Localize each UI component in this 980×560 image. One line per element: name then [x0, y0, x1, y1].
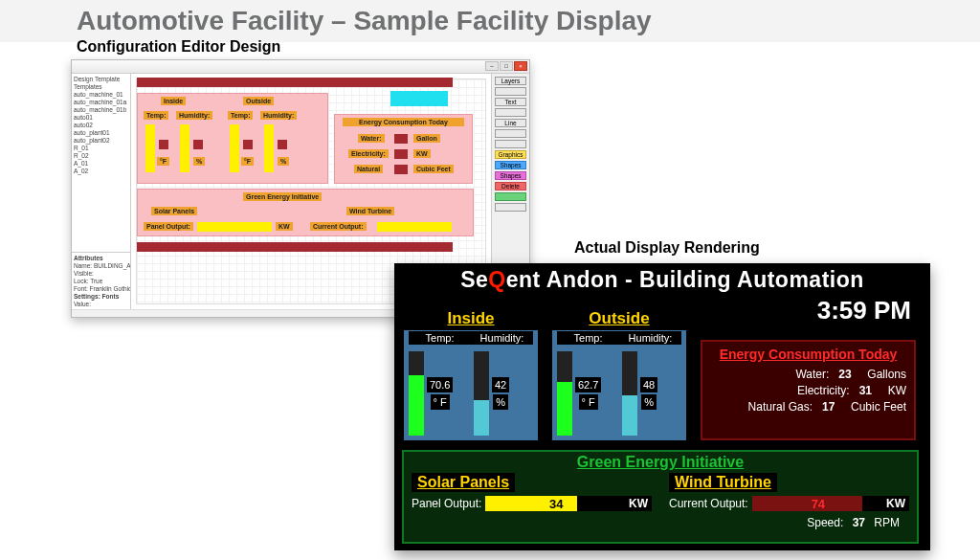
- tree-node[interactable]: auto_machine_01a: [74, 99, 128, 106]
- attr-line: Visible:: [74, 270, 128, 278]
- attributes-panel[interactable]: Attributes Name: BUILDING_AUTO Visible: …: [72, 252, 131, 309]
- inside-title-label[interactable]: Inside: [161, 97, 186, 105]
- unit-degf: ° F: [431, 394, 450, 410]
- energy-row-label[interactable]: Water:: [358, 134, 385, 143]
- palette-button[interactable]: [495, 87, 526, 96]
- wind-output-label: Current Output:: [669, 497, 748, 510]
- wind-title-label[interactable]: Wind Turbine: [346, 207, 394, 215]
- unit-degf: ° F: [579, 394, 598, 410]
- solar-title: Solar Panels: [412, 473, 515, 492]
- attr-line: Font: Franklin Gothic Medium: [74, 285, 128, 293]
- energy-row-name: Water:: [710, 368, 838, 381]
- unit-rpm: RPM: [874, 516, 900, 529]
- unit-pct[interactable]: %: [193, 157, 205, 166]
- outside-humidity-value: 48: [640, 377, 657, 392]
- solar-output-value: 34: [485, 497, 627, 511]
- tree-node[interactable]: auto01: [74, 114, 128, 122]
- palette-button[interactable]: [495, 108, 526, 117]
- energy-row-unit: KW: [888, 384, 906, 397]
- palette-button[interactable]: [495, 129, 526, 138]
- wind-title: Wind Turbine: [669, 473, 777, 492]
- humidity-label: Humidity:: [471, 331, 533, 345]
- energy-row-unit[interactable]: Gallon: [413, 134, 440, 143]
- tree-node[interactable]: auto02: [74, 122, 128, 129]
- unit-pct: %: [641, 394, 657, 410]
- config-titlebar[interactable]: – □ ×: [72, 60, 529, 74]
- energy-row-unit: Gallons: [867, 368, 906, 381]
- page-title: Automotive Facility – Sample Facility Di…: [0, 0, 980, 42]
- unit-pct: %: [493, 394, 508, 410]
- outside-temp-value: 62.7: [575, 377, 601, 392]
- tree-node[interactable]: A_02: [74, 168, 128, 175]
- tree-node[interactable]: auto_machine_01b: [74, 106, 128, 114]
- energy-row-name: Electricity:: [710, 384, 859, 397]
- temp-label[interactable]: Temp:: [228, 111, 253, 120]
- humidity-label: Humidity:: [619, 331, 681, 345]
- green-initiative-panel: Green Energy Initiative Solar Panels Pan…: [402, 450, 919, 544]
- temp-label: Temp:: [557, 331, 619, 345]
- humidity-label[interactable]: Humidity:: [176, 111, 212, 120]
- wind-output-value: 74: [752, 497, 884, 511]
- current-output-label[interactable]: Current Output:: [310, 222, 367, 231]
- palette-button[interactable]: Line: [495, 119, 526, 127]
- maximize-button[interactable]: □: [500, 61, 513, 71]
- actual-display-panel: SeQent Andon - Building Automation 3:59 …: [394, 263, 930, 550]
- humidity-label[interactable]: Humidity:: [260, 111, 297, 120]
- climate-inside-panel: Inside Temp:Humidity: 70.6 ° F 42 %: [404, 330, 538, 440]
- tree-node[interactable]: A_01: [74, 160, 128, 168]
- palette-button[interactable]: Delete: [495, 182, 526, 190]
- energy-row-value: 31: [859, 384, 882, 397]
- palette-button[interactable]: Layers: [495, 77, 526, 85]
- unit-degf[interactable]: °F: [241, 157, 254, 166]
- placeholder-box[interactable]: [390, 91, 448, 106]
- tree-node[interactable]: R_02: [74, 152, 128, 160]
- solar-output-meter: 34 KW: [485, 496, 652, 511]
- attr-line: Lock: True: [74, 278, 128, 285]
- palette-button[interactable]: Shapes: [495, 161, 526, 169]
- solar-output-label: Panel Output:: [412, 497, 481, 510]
- speed-value: 37: [853, 516, 865, 529]
- tree-node[interactable]: auto_plant02: [74, 137, 128, 145]
- energy-row-unit[interactable]: Cubic Feet: [413, 165, 454, 173]
- palette-button[interactable]: Text: [495, 98, 526, 106]
- attr-line: Value:: [74, 301, 128, 308]
- attr-line: Name: BUILDING_AUTO: [74, 262, 128, 270]
- display-header: SeQent Andon - Building Automation: [394, 263, 930, 293]
- energy-row-name: Natural Gas:: [710, 400, 822, 414]
- tree-node[interactable]: R_01: [74, 145, 128, 152]
- energy-row-label[interactable]: Electricity:: [348, 149, 389, 158]
- inside-humidity-value: 42: [492, 377, 509, 392]
- attr-line: Attributes: [74, 255, 128, 262]
- palette-button[interactable]: Graphics: [495, 150, 526, 159]
- panel-output-label[interactable]: Panel Output:: [144, 222, 193, 231]
- energy-title-label[interactable]: Energy Consumption Today: [343, 118, 464, 126]
- inside-title: Inside: [404, 309, 538, 328]
- tree-node[interactable]: auto_plant01: [74, 129, 128, 137]
- tree-node[interactable]: Design Template: [74, 76, 128, 83]
- climate-outside-panel: Outside Temp:Humidity: 62.7 ° F 48 %: [552, 330, 686, 440]
- energy-row-value: 17: [822, 400, 845, 414]
- outside-title-label[interactable]: Outside: [243, 97, 274, 105]
- unit-degf[interactable]: °F: [157, 157, 169, 166]
- palette-button[interactable]: [495, 192, 526, 201]
- green-title-label[interactable]: Green Energy Initiative: [243, 192, 322, 201]
- speed-label: Speed:: [807, 516, 843, 529]
- wind-speed-row: Speed: 37 RPM: [669, 514, 909, 529]
- palette-button[interactable]: [495, 203, 526, 212]
- caption-actual-rendering: Actual Display Rendering: [574, 239, 760, 257]
- energy-row-label[interactable]: Natural: [354, 165, 383, 173]
- attr-line: Settings: Fonts: [74, 293, 128, 301]
- unit-pct[interactable]: %: [278, 157, 289, 166]
- minimize-button[interactable]: –: [485, 61, 499, 71]
- close-button[interactable]: ×: [514, 61, 527, 71]
- tree-node[interactable]: Templates: [74, 83, 128, 91]
- temp-label[interactable]: Temp:: [144, 111, 168, 120]
- energy-row-unit[interactable]: KW: [413, 149, 431, 158]
- tree-node[interactable]: auto_machine_01: [74, 91, 128, 99]
- palette-button[interactable]: [495, 140, 526, 148]
- unit-kw: KW: [882, 496, 909, 511]
- solar-title-label[interactable]: Solar Panels: [151, 207, 197, 215]
- palette-button[interactable]: Shapes: [495, 171, 526, 180]
- panel-unit[interactable]: KW: [276, 222, 293, 231]
- energy-title: Energy Consumption Today: [710, 347, 906, 362]
